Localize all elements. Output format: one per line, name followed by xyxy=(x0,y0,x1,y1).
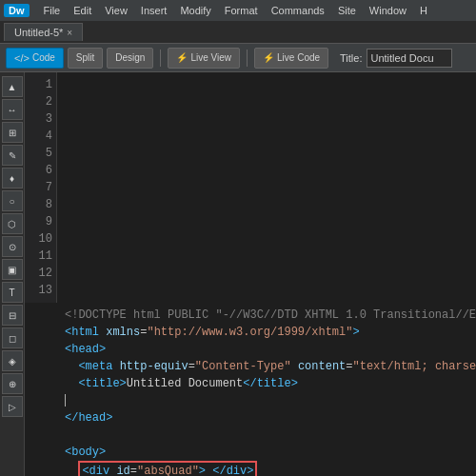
tool-rect[interactable]: ◻ xyxy=(2,327,23,348)
tool-circle[interactable]: ○ xyxy=(2,190,23,211)
code-line-6 xyxy=(65,392,468,409)
app-logo: Dw xyxy=(4,4,30,17)
close-tab-icon[interactable]: × xyxy=(67,28,72,38)
menu-bar: Dw File Edit View Insert Modify Format C… xyxy=(0,0,476,21)
tab-label: Untitled-5* xyxy=(14,27,63,38)
tool-diamond[interactable]: ♦ xyxy=(2,168,23,188)
code-icon: </> xyxy=(14,52,30,64)
tool-play[interactable]: ▷ xyxy=(2,396,23,417)
tool-node[interactable]: ◈ xyxy=(2,350,23,371)
live-code-icon: ⚡ xyxy=(263,52,274,63)
code-line-3: <head> xyxy=(65,341,468,358)
tool-resize[interactable]: ↔ xyxy=(2,99,23,120)
live-view-label: Live View xyxy=(190,52,231,63)
tool-pencil[interactable]: ✎ xyxy=(2,145,23,166)
design-label: Design xyxy=(115,52,145,63)
tool-plus[interactable]: ⊕ xyxy=(2,373,23,394)
menu-site[interactable]: Site xyxy=(331,3,363,18)
live-code-button[interactable]: ⚡ Live Code xyxy=(254,48,328,69)
code-line-8 xyxy=(65,426,468,444)
tool-grid[interactable]: ⊞ xyxy=(2,122,23,143)
menu-file[interactable]: File xyxy=(37,3,68,18)
left-toolbar: ▲ ↔ ⊞ ✎ ♦ ○ ⬡ ⊙ ▣ T ⊟ ◻ ◈ ⊕ ▷ xyxy=(0,72,25,476)
editor-area: ▲ ↔ ⊞ ✎ ♦ ○ ⬡ ⊙ ▣ T ⊟ ◻ ◈ ⊕ ▷ 1 2 3 4 5 … xyxy=(0,72,476,476)
design-view-button[interactable]: Design xyxy=(107,48,153,69)
live-code-label: Live Code xyxy=(277,52,320,63)
menu-window[interactable]: Window xyxy=(363,3,413,18)
code-line-10: <div id="absQuad"> </div> xyxy=(65,461,468,476)
code-line-5: <title>Untitled Document</title> xyxy=(65,375,468,392)
toolbar-separator-2 xyxy=(247,50,248,67)
tool-minus[interactable]: ⊟ xyxy=(2,305,23,326)
live-view-button[interactable]: ⚡ Live View xyxy=(168,48,240,69)
code-line-1: <!DOCTYPE html PUBLIC "-//W3C//DTD XHTML… xyxy=(65,307,468,324)
menu-edit[interactable]: Edit xyxy=(67,3,98,18)
live-view-icon: ⚡ xyxy=(176,52,188,63)
toolbar-separator-1 xyxy=(160,50,161,67)
menu-insert[interactable]: Insert xyxy=(134,3,174,18)
tool-square[interactable]: ▣ xyxy=(2,259,23,280)
tool-text[interactable]: T xyxy=(2,282,23,303)
menu-modify[interactable]: Modify xyxy=(173,3,217,18)
code-panel[interactable]: 1 2 3 4 5 6 7 8 9 10 11 12 13 <!DOCTYPE … xyxy=(25,72,476,476)
code-line-7: </head> xyxy=(65,409,468,426)
split-view-button[interactable]: Split xyxy=(68,48,103,69)
menu-view[interactable]: View xyxy=(98,3,134,18)
title-label: Title: xyxy=(340,52,362,64)
tab-bar: Untitled-5* × xyxy=(0,21,476,44)
tab-untitled[interactable]: Untitled-5* × xyxy=(4,23,83,41)
code-line-9: <body> xyxy=(65,444,468,461)
code-line-2: <html xmlns="http://www.w3.org/1999/xhtm… xyxy=(65,324,468,341)
split-label: Split xyxy=(76,52,94,63)
tool-hex[interactable]: ⬡ xyxy=(2,213,23,234)
tool-target[interactable]: ⊙ xyxy=(2,236,23,257)
code-view-button[interactable]: </> Code xyxy=(6,48,64,69)
menu-help[interactable]: H xyxy=(413,3,434,18)
code-label: Code xyxy=(32,52,55,63)
menu-format[interactable]: Format xyxy=(218,3,265,18)
line-numbers: 1 2 3 4 5 6 7 8 9 10 11 12 13 xyxy=(25,72,57,303)
code-content[interactable]: <!DOCTYPE html PUBLIC "-//W3C//DTD XHTML… xyxy=(57,303,476,476)
toolbar: </> Code Split Design ⚡ Live View ⚡ Live… xyxy=(0,44,476,72)
code-line-4: <meta http-equiv="Content-Type" content=… xyxy=(65,358,468,375)
tool-select[interactable]: ▲ xyxy=(2,76,23,97)
menu-commands[interactable]: Commands xyxy=(265,3,331,18)
page-title-input[interactable] xyxy=(367,49,452,68)
